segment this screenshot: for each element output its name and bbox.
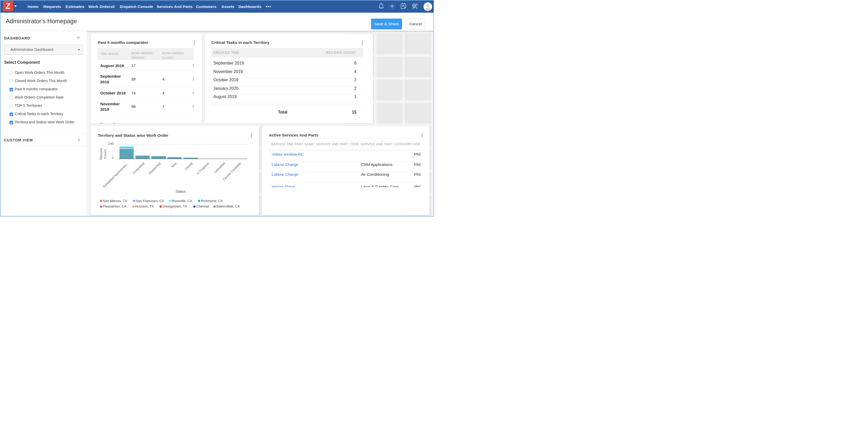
svg-text:31: 31: [402, 5, 405, 7]
